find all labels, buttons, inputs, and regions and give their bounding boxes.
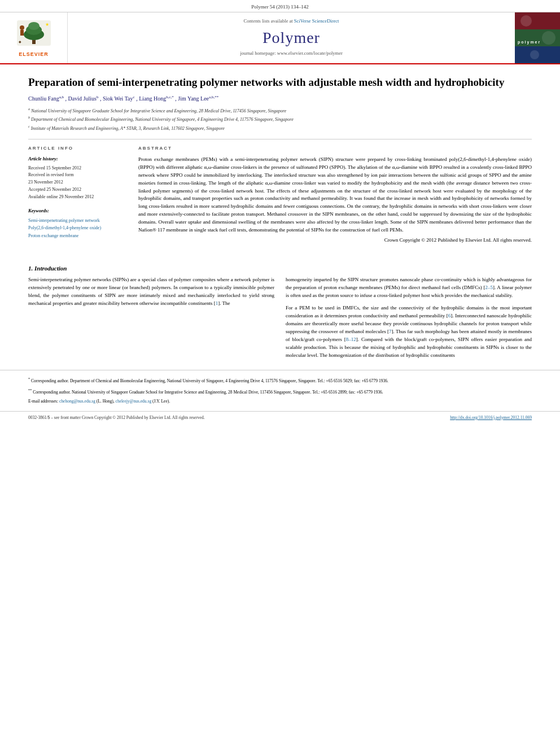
- footnote-2: ** Corresponding author. National Univer…: [28, 387, 532, 395]
- elsevier-logo-block: ★ ◆ ELSEVIER: [0, 12, 68, 63]
- article-title: Preparation of semi-interpenetrating pol…: [28, 76, 532, 90]
- affil-b: b Department of Chemical and Biomolecula…: [28, 115, 532, 123]
- ref-2-5[interactable]: 2–5: [485, 285, 493, 290]
- author-4: Liang Hong: [139, 96, 166, 102]
- abstract-heading: ABSTRACT: [138, 145, 532, 151]
- email-hong[interactable]: chehong@nus.edu.sg: [59, 399, 95, 404]
- footnote-1: * Corresponding author. Department of Ch…: [28, 376, 532, 384]
- journal-cover-image: polymer: [515, 12, 560, 63]
- history-item-5: Available online 29 November 2012: [28, 194, 127, 201]
- journal-issue: Polymer 54 (2013) 134–142: [251, 4, 309, 10]
- page-footer: 0032-3861/$ – see front matter Crown Cop…: [0, 411, 560, 425]
- sciverse-line: Contents lists available at SciVerse Sci…: [244, 18, 339, 25]
- elsevier-tree-icon: ★ ◆: [14, 18, 54, 49]
- journal-homepage: journal homepage: www.elsevier.com/locat…: [240, 50, 343, 57]
- header-meta-bar: Polymer 54 (2013) 134–142: [0, 0, 560, 12]
- ref-6[interactable]: 6: [448, 313, 451, 318]
- abstract-copyright: Crown Copyright © 2012 Published by Else…: [138, 237, 532, 244]
- keyword-1[interactable]: Semi-interpenetrating polymer network: [28, 217, 127, 225]
- header-divider: [28, 139, 532, 139]
- svg-point-14: [542, 31, 555, 45]
- author-5: Jim Yang Lee: [178, 96, 209, 102]
- body-para-right-2: For a PEM to be used in DMFCs, the size …: [286, 304, 532, 360]
- sciverse-link[interactable]: SciVerse ScienceDirect: [294, 18, 339, 24]
- body-two-col: Semi-interpenetrating polymer networks (…: [28, 276, 532, 364]
- affil-c: c Institute of Materials Research and En…: [28, 124, 532, 132]
- footnotes-area: * Corresponding author. Department of Ch…: [0, 370, 560, 411]
- doi-link[interactable]: http://dx.doi.org/10.1016/j.polymer.2012…: [450, 415, 532, 420]
- abstract-col: ABSTRACT Proton exchange membranes (PEMs…: [138, 145, 532, 245]
- svg-point-4: [28, 22, 40, 30]
- keywords-section: Keywords: Semi-interpenetrating polymer …: [28, 208, 127, 240]
- keywords-label: Keywords:: [28, 208, 127, 215]
- footer-doi: http://dx.doi.org/10.1016/j.polymer.2012…: [450, 415, 532, 421]
- svg-text:◆: ◆: [19, 40, 21, 43]
- history-item-4: Accepted 25 November 2012: [28, 186, 127, 194]
- svg-point-13: [520, 15, 532, 27]
- history-item-3: 23 November 2012: [28, 179, 127, 186]
- journal-center: Contents lists available at SciVerse Sci…: [68, 12, 515, 63]
- author-2: David Julius: [68, 96, 97, 102]
- body-para-right-1: homogeneity imparted by the SIPN structu…: [286, 276, 532, 300]
- footer-copyright: 0032-3861/$ – see front matter Crown Cop…: [28, 415, 205, 421]
- svg-text:★: ★: [45, 22, 49, 27]
- history-item-1: Received 15 September 2012: [28, 165, 127, 172]
- main-content: Preparation of semi-interpenetrating pol…: [0, 64, 560, 256]
- footnote-3: E-mail addresses: chehong@nus.edu.sg (L.…: [28, 398, 532, 404]
- keyword-3[interactable]: Proton exchange membrane: [28, 232, 127, 240]
- body-col-left: Semi-interpenetrating polymer networks (…: [28, 276, 274, 364]
- article-info-heading: ARTICLE INFO: [28, 145, 127, 151]
- body-para-left-1: Semi-interpenetrating polymer networks (…: [28, 276, 274, 308]
- svg-rect-6: [20, 30, 24, 36]
- ref-1[interactable]: 1: [216, 300, 218, 306]
- body-content: 1. Introduction Semi-interpenetrating po…: [0, 256, 560, 364]
- elsevier-brand-text: ELSEVIER: [19, 51, 49, 58]
- affil-a: a National University of Singapore Gradu…: [28, 107, 532, 115]
- abstract-text: Proton exchange membranes (PEMs) with a …: [138, 156, 532, 234]
- svg-text:polymer: polymer: [518, 40, 541, 45]
- email-lee[interactable]: cheleejy@nus.edu.sg: [116, 399, 152, 404]
- svg-point-15: [530, 50, 539, 59]
- authors-line: Chunliu Fanga,b , David Juliusb , Siok W…: [28, 95, 532, 103]
- body-col-right: homogeneity imparted by the SIPN structu…: [286, 276, 532, 364]
- svg-point-5: [20, 25, 24, 30]
- history-label: Article history:: [28, 156, 127, 163]
- affiliations-block: a National University of Singapore Gradu…: [28, 107, 532, 132]
- page-wrapper: Polymer 54 (2013) 134–142 ★ ◆ ELSEVI: [0, 0, 560, 424]
- ref-7[interactable]: 7: [389, 329, 392, 334]
- keyword-2[interactable]: Poly(2,6-dimethyl-1,4-phenylene oxide): [28, 224, 127, 232]
- section1-title: 1. Introduction: [28, 264, 532, 273]
- cover-svg: polymer: [515, 12, 560, 63]
- ref-8-12[interactable]: 8–12: [346, 337, 356, 342]
- author-1: Chunliu Fang: [28, 96, 59, 102]
- article-info-col: ARTICLE INFO Article history: Received 1…: [28, 145, 127, 245]
- author-3: Siok Wei Tay: [103, 96, 133, 102]
- journal-header: ★ ◆ ELSEVIER Contents lists available at…: [0, 12, 560, 64]
- article-info-abstract: ARTICLE INFO Article history: Received 1…: [28, 145, 532, 245]
- history-item-2: Received in revised form: [28, 172, 127, 179]
- journal-title: Polymer: [262, 27, 320, 49]
